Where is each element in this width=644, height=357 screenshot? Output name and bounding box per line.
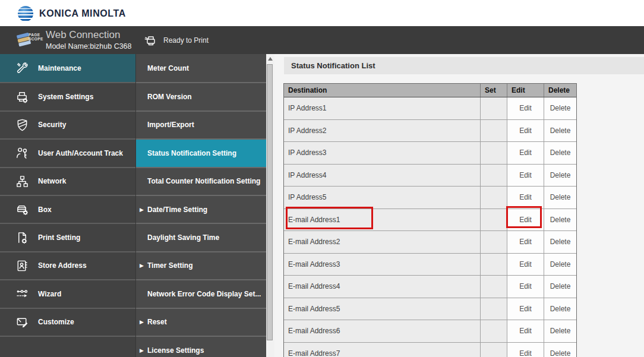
destination-cell: IP Address1 (284, 97, 480, 119)
submenu-item-timer-setting[interactable]: ▶Timer Setting (136, 251, 266, 279)
edit-button[interactable]: Edit (507, 276, 544, 298)
sidebar-item-user-auth-account-track[interactable]: User Auth/Account Track (0, 138, 135, 166)
set-cell (480, 298, 507, 320)
submenu-item-rom-version[interactable]: ROM Version (136, 82, 266, 110)
pagescope-word-scope: SCOPE (29, 37, 43, 41)
edit-button[interactable]: Edit (507, 254, 544, 276)
sidebar-item-wizard[interactable]: Wizard (0, 279, 135, 307)
expand-arrow-icon: ▶ (140, 207, 144, 213)
submenu-item-import-export[interactable]: Import/Export (136, 110, 266, 138)
expand-arrow-icon: ▶ (140, 263, 144, 268)
destination-cell: E-mail Address5 (284, 298, 480, 320)
highlight-box-edit-button (506, 206, 542, 228)
submenu-item-license-settings[interactable]: ▶License Settings (136, 336, 266, 357)
submenu-item-status-notification-setting[interactable]: Status Notification Setting (136, 138, 266, 166)
sidebar-item-customize[interactable]: Customize (0, 308, 135, 336)
submenu-item-label: Meter Count (147, 64, 189, 72)
submenu-item-network-error-code-display-set[interactable]: Network Error Code Display Set... (136, 279, 266, 307)
sidebar-item-maintenance[interactable]: Maintenance (0, 54, 135, 82)
expand-arrow-icon: ▶ (140, 347, 144, 353)
printer-status-text: Ready to Print (163, 36, 209, 45)
delete-button[interactable]: Delete (544, 142, 576, 164)
pagescope-wordmark: PAGE SCOPE (29, 33, 43, 41)
delete-button[interactable]: Delete (544, 254, 576, 276)
scroll-up-icon (268, 57, 273, 61)
scrollbar-thumb[interactable] (267, 64, 273, 340)
sidebar-item-label: Print Setting (38, 233, 80, 242)
pagescope-word-page: PAGE (29, 33, 43, 37)
column-header-set: Set (480, 84, 507, 97)
delete-button[interactable]: Delete (544, 298, 576, 320)
delete-button[interactable]: Delete (544, 209, 576, 231)
destination-cell: E-mail Address2 (284, 231, 480, 253)
edit-button[interactable]: Edit (507, 320, 544, 342)
print-gear-icon (15, 231, 29, 245)
submenu-item-meter-count[interactable]: Meter Count (136, 54, 266, 82)
sidebar-item-label: System Settings (38, 93, 93, 101)
sidebar-item-label: Box (38, 206, 52, 214)
sidebar-item-security[interactable]: Security (0, 110, 135, 138)
destination-cell: E-mail Address7 (284, 343, 480, 357)
edit-button[interactable]: Edit (507, 142, 544, 164)
konica-minolta-logo: KONICA MINOLTA (18, 5, 126, 23)
set-cell (480, 209, 507, 231)
sidebar-item-label: Network (38, 177, 66, 185)
delete-button[interactable]: Delete (544, 165, 576, 187)
printer-gear-icon (15, 90, 29, 104)
set-cell (480, 320, 507, 342)
user-key-icon (15, 146, 29, 160)
destination-cell: E-mail Address6 (284, 320, 480, 342)
konica-globe-icon (18, 6, 33, 21)
submenu-item-total-counter-notification-setting[interactable]: Total Counter Notification Setting (136, 167, 266, 195)
submenu-item-label: Import/Export (147, 121, 194, 129)
submenu-item-daylight-saving-time[interactable]: Daylight Saving Time (136, 223, 266, 251)
set-cell (480, 187, 507, 208)
set-cell (480, 165, 507, 187)
delete-button[interactable]: Delete (544, 320, 576, 342)
submenu-scrollbar[interactable] (266, 54, 274, 357)
printer-status: Ready to Print (144, 32, 209, 49)
table-row-ip-address2: IP Address2EditDelete (284, 120, 576, 143)
address-book-icon (15, 259, 29, 273)
edit-button[interactable]: Edit (507, 97, 544, 119)
destination-cell: IP Address4 (284, 165, 480, 187)
table-row-e-mail-address6: E-mail Address6EditDelete (284, 320, 576, 343)
expand-arrow-icon: ▶ (140, 319, 144, 325)
model-name: Model Name:bizhub C368 (46, 42, 132, 50)
edit-button[interactable]: Edit (507, 187, 544, 208)
edit-button[interactable]: Edit (507, 343, 544, 357)
edit-button[interactable]: Edit (507, 165, 544, 187)
delete-button[interactable]: Delete (544, 187, 576, 208)
sidebar-item-box[interactable]: Box (0, 195, 135, 223)
sidebar: MaintenanceSystem SettingsSecurityUser A… (0, 54, 135, 357)
set-cell (480, 120, 507, 142)
submenu-item-label: Total Counter Notification Setting (147, 177, 260, 185)
submenu-item-label: Date/Time Setting (147, 206, 207, 214)
scroll-up-button[interactable] (266, 54, 274, 64)
submenu-item-label: Daylight Saving Time (147, 233, 219, 242)
sidebar-item-network[interactable]: Network (0, 167, 135, 195)
set-cell (480, 142, 507, 164)
set-cell (480, 343, 507, 357)
submenu-item-reset[interactable]: ▶Reset (136, 308, 266, 336)
edit-button[interactable]: Edit (507, 298, 544, 320)
submenu: Meter CountROM VersionImport/ExportStatu… (135, 54, 266, 357)
delete-button[interactable]: Delete (544, 343, 576, 357)
delete-button[interactable]: Delete (544, 231, 576, 253)
delete-button[interactable]: Delete (544, 120, 576, 142)
table-row-e-mail-address7: E-mail Address7EditDelete (284, 343, 576, 357)
table-row-e-mail-address4: E-mail Address4EditDelete (284, 276, 576, 298)
destination-cell: IP Address3 (284, 142, 480, 164)
sidebar-item-store-address[interactable]: Store Address (0, 251, 135, 279)
destination-cell: IP Address2 (284, 120, 480, 142)
destination-cell: E-mail Address4 (284, 276, 480, 298)
delete-button[interactable]: Delete (544, 276, 576, 298)
delete-button[interactable]: Delete (544, 97, 576, 119)
edit-button[interactable]: Edit (507, 120, 544, 142)
column-header-destination: Destination (284, 84, 480, 97)
sidebar-item-system-settings[interactable]: System Settings (0, 82, 135, 110)
shield-icon (15, 118, 29, 132)
sidebar-item-print-setting[interactable]: Print Setting (0, 223, 135, 251)
edit-button[interactable]: Edit (507, 231, 544, 253)
submenu-item-date-time-setting[interactable]: ▶Date/Time Setting (136, 195, 266, 223)
